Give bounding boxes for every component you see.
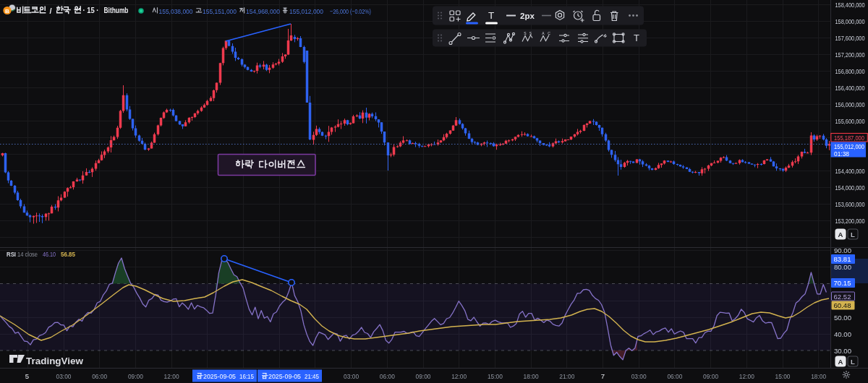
svg-text:03:00: 03:00 xyxy=(631,373,647,380)
svg-text:18:00: 18:00 xyxy=(524,373,539,380)
svg-text:12:00: 12:00 xyxy=(739,373,754,380)
svg-text:158,000,000: 158,000,000 xyxy=(835,18,865,25)
svg-text:30.00: 30.00 xyxy=(834,348,851,355)
svg-text:5: 5 xyxy=(25,372,29,380)
svg-text:03:00: 03:00 xyxy=(344,373,359,380)
svg-text:/: / xyxy=(50,7,52,15)
svg-text:60.48: 60.48 xyxy=(834,302,851,309)
svg-text:RSI: RSI xyxy=(7,250,16,258)
svg-text:B: B xyxy=(5,8,9,14)
svg-text:06:00: 06:00 xyxy=(667,373,682,380)
svg-text:09:00: 09:00 xyxy=(416,373,431,380)
svg-text:50.00: 50.00 xyxy=(834,314,851,322)
svg-text:12:00: 12:00 xyxy=(451,373,467,380)
svg-text:09:00: 09:00 xyxy=(128,373,143,380)
svg-text:2025-09-05: 2025-09-05 xyxy=(268,373,301,380)
svg-text:70.15: 70.15 xyxy=(834,280,851,287)
svg-text:T: T xyxy=(634,33,639,43)
svg-text:· 15 ·: · 15 · xyxy=(83,7,99,14)
svg-text:2px: 2px xyxy=(520,12,535,20)
svg-text:14 close: 14 close xyxy=(17,250,38,258)
svg-text:80.00: 80.00 xyxy=(834,264,851,271)
svg-text:155,012,000: 155,012,000 xyxy=(289,8,323,15)
svg-text:46.10: 46.10 xyxy=(43,250,56,258)
svg-text:155,038,000: 155,038,000 xyxy=(159,8,193,15)
svg-text:83.81: 83.81 xyxy=(834,256,851,263)
svg-text:156,800,000: 156,800,000 xyxy=(835,68,865,75)
svg-text:154,400,000: 154,400,000 xyxy=(835,168,865,175)
svg-text:158,400,000: 158,400,000 xyxy=(835,1,865,9)
svg-text:T: T xyxy=(488,10,494,21)
svg-text:06:00: 06:00 xyxy=(92,373,107,380)
svg-text:155,012,000: 155,012,000 xyxy=(834,143,864,150)
svg-text:153,200,000: 153,200,000 xyxy=(835,218,865,225)
svg-text:15:00: 15:00 xyxy=(775,373,791,380)
svg-text:153,600,000: 153,600,000 xyxy=(835,201,865,208)
svg-text:21:45: 21:45 xyxy=(305,373,319,380)
svg-text:157,600,000: 157,600,000 xyxy=(835,35,865,42)
svg-text:A: A xyxy=(838,231,843,238)
svg-text:56.85: 56.85 xyxy=(61,250,76,258)
svg-text:A: A xyxy=(838,358,843,366)
svg-text:90.00: 90.00 xyxy=(834,247,851,254)
svg-text:157,200,000: 157,200,000 xyxy=(835,51,865,59)
svg-text:18:00: 18:00 xyxy=(811,373,826,380)
svg-text:62.52: 62.52 xyxy=(834,293,851,301)
svg-text:155,187,000: 155,187,000 xyxy=(834,134,864,142)
svg-text:15:00: 15:00 xyxy=(488,373,503,380)
svg-text:09:00: 09:00 xyxy=(703,373,718,380)
svg-text:16:15: 16:15 xyxy=(239,373,254,380)
svg-text:C: C xyxy=(548,31,550,35)
svg-text:L: L xyxy=(851,358,855,366)
svg-text:7: 7 xyxy=(601,372,605,380)
svg-text:156,000,000: 156,000,000 xyxy=(835,101,865,108)
svg-text:155,600,000: 155,600,000 xyxy=(835,118,865,125)
svg-text:2025-09-05: 2025-09-05 xyxy=(203,373,236,380)
svg-text:21:00: 21:00 xyxy=(559,373,574,380)
svg-text:12:00: 12:00 xyxy=(164,373,179,380)
svg-text:40.00: 40.00 xyxy=(834,331,851,338)
svg-text:154,968,000: 154,968,000 xyxy=(246,8,280,15)
svg-text:Bithumb: Bithumb xyxy=(104,6,129,14)
svg-text:01:38: 01:38 xyxy=(834,150,849,158)
svg-text:155,151,000: 155,151,000 xyxy=(203,8,237,15)
svg-text:TradingView: TradingView xyxy=(26,356,83,366)
svg-text:156,400,000: 156,400,000 xyxy=(835,85,865,92)
svg-text:03:00: 03:00 xyxy=(56,373,72,380)
svg-text:06:00: 06:00 xyxy=(380,373,395,380)
svg-text:L: L xyxy=(851,231,855,238)
svg-text:−26,000 (−0.02%): −26,000 (−0.02%) xyxy=(330,8,371,15)
svg-text:154,000,000: 154,000,000 xyxy=(835,184,865,192)
